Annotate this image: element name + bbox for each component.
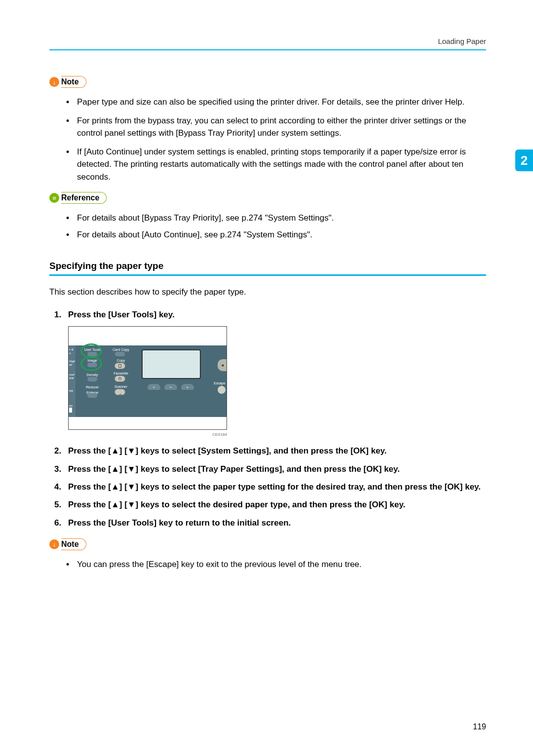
step-2: Press the [▲] [▼] keys to select [System… bbox=[54, 445, 486, 457]
steps-list: Press the [User Tools] key. s & rt High … bbox=[49, 308, 486, 529]
reference-item: For details about [Auto Continue], see p… bbox=[66, 228, 486, 241]
note-item: Paper type and size can also be specifie… bbox=[66, 96, 486, 109]
copy-button[interactable] bbox=[114, 363, 125, 369]
down-arrow-icon: ↓ bbox=[49, 77, 59, 87]
step-1: Press the [User Tools] key. s & rt High … bbox=[54, 308, 486, 438]
step-5: Press the [▲] [▼] keys to select the des… bbox=[54, 498, 486, 511]
reference-list: For details about [Bypass Tray Priority]… bbox=[49, 212, 486, 241]
down-arrow-icon: ↓ bbox=[49, 539, 59, 549]
chapter-tab: 2 bbox=[515, 150, 533, 171]
note-list: You can press the [Escape] key to exit t… bbox=[49, 558, 486, 571]
image-code: CES184 bbox=[68, 432, 227, 438]
reference-item: For details about [Bypass Tray Priority]… bbox=[66, 212, 486, 225]
step-4: Press the [▲] [▼] keys to select the pap… bbox=[54, 481, 486, 493]
facsimile-button[interactable]: (t) bbox=[114, 376, 125, 382]
lcd-nav-button[interactable]: ⌄ bbox=[181, 384, 194, 390]
breadcrumb: Loading Paper bbox=[49, 37, 486, 49]
note-callout: ↓ Note bbox=[49, 75, 86, 89]
nav-left-button[interactable]: ◂ bbox=[218, 359, 227, 371]
control-panel-illustration: s & rt High ial use/ dial hift ert User … bbox=[68, 326, 227, 430]
list-icon: ≡ bbox=[49, 193, 59, 203]
note-callout: ↓ Note bbox=[49, 537, 86, 551]
image-highlight bbox=[80, 356, 102, 371]
note-item: You can press the [Escape] key to exit t… bbox=[66, 558, 486, 571]
note-item: For prints from the bypass tray, you can… bbox=[66, 114, 486, 140]
header-divider bbox=[49, 49, 486, 50]
note-label: Note bbox=[61, 540, 86, 549]
escape-label: Escape bbox=[213, 381, 227, 386]
section-intro: This section describes how to specify th… bbox=[49, 286, 486, 299]
section-divider bbox=[49, 274, 486, 276]
lcd-screen bbox=[142, 349, 201, 379]
lcd-nav-button[interactable]: ⌄ bbox=[148, 384, 160, 390]
step-3: Press the [▲] [▼] keys to select [Tray P… bbox=[54, 463, 486, 476]
note-label: Note bbox=[61, 77, 86, 86]
note-item: If [Auto Continue] under system settings… bbox=[66, 146, 486, 184]
section-heading: Specifying the paper type bbox=[49, 261, 486, 271]
reference-callout: ≡ Reference bbox=[49, 191, 107, 205]
step-6: Press the [User Tools] key to return to … bbox=[54, 517, 486, 529]
page-number: 119 bbox=[473, 722, 486, 731]
escape-button[interactable] bbox=[218, 386, 226, 394]
note-list: Paper type and size can also be specifie… bbox=[49, 96, 486, 183]
lcd-nav-button[interactable]: ⌄ bbox=[164, 384, 177, 390]
reference-label: Reference bbox=[61, 193, 106, 202]
card-copy-button[interactable] bbox=[115, 352, 125, 356]
user-tools-button[interactable] bbox=[87, 352, 97, 356]
density-button[interactable] bbox=[87, 377, 97, 381]
reduce-enlarge-button[interactable] bbox=[87, 393, 97, 398]
scanner-button[interactable] bbox=[114, 389, 125, 395]
